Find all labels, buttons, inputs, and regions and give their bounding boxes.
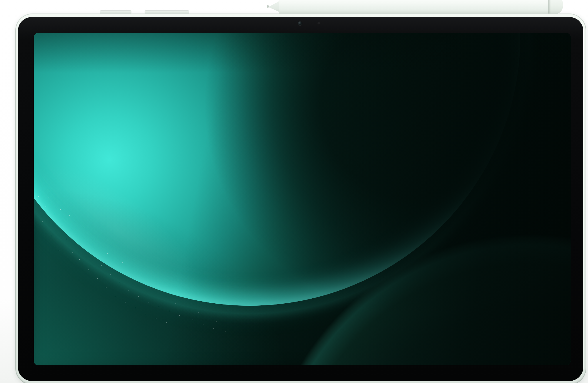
wallpaper-sparkles	[34, 33, 34, 34]
stylus-pen	[266, 0, 563, 15]
tablet-bezel	[18, 17, 583, 381]
front-camera	[298, 21, 302, 25]
stylus-nib	[267, 5, 269, 8]
tablet-device	[15, 14, 586, 383]
stylus-tip	[268, 1, 280, 12]
stylus-cap	[549, 0, 563, 14]
photo-background: Mint-green tablet in landscape with whit…	[0, 0, 588, 383]
light-sensor	[318, 22, 320, 24]
wallpaper-top-shade	[34, 33, 571, 365]
tablet-screen	[34, 33, 571, 365]
stylus-body	[279, 0, 549, 15]
